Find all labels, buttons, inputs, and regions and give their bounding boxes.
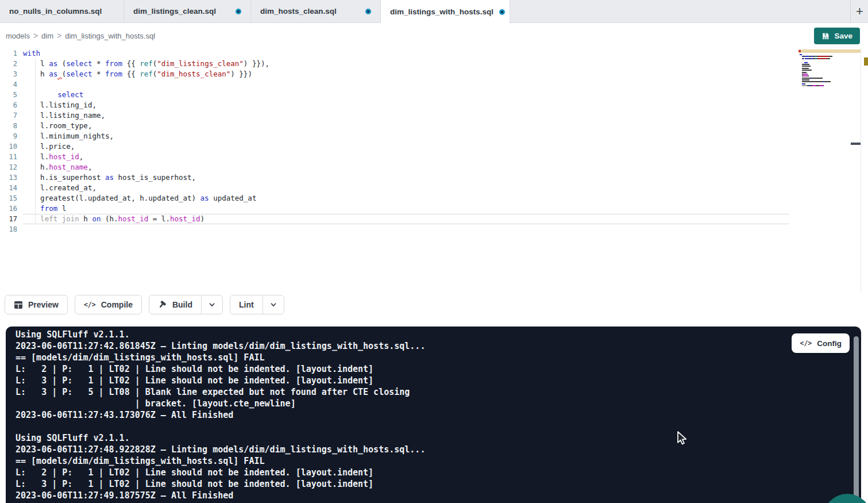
line-number: 8 xyxy=(0,121,23,131)
breadcrumb-segment[interactable]: models xyxy=(6,32,30,40)
lint-split-button: Lint xyxy=(230,295,284,314)
terminal-line: 2023-06-06T11:27:49.187575Z — All Finish… xyxy=(16,490,425,501)
minimap[interactable] xyxy=(798,49,861,90)
terminal-line: L: 2 | P: 1 | LT02 | Line should not be … xyxy=(16,467,425,478)
terminal-line: L: 3 | P: 1 | LT02 | Line should not be … xyxy=(16,478,425,490)
code-text: greatest(l.updated_at, h.updated_at) as … xyxy=(23,193,789,203)
compile-button[interactable]: </> Compile xyxy=(75,295,142,314)
line-number: 13 xyxy=(0,172,23,183)
config-button[interactable]: </> Config xyxy=(792,333,850,353)
terminal-line: Using SQLFluff v2.1.1. xyxy=(16,432,425,444)
code-line[interactable]: 3 h as (select * from {{ ref("dim_hosts_… xyxy=(0,69,868,79)
line-number: 12 xyxy=(0,162,23,172)
modified-dot-icon xyxy=(499,9,505,15)
code-line[interactable]: 16 from l xyxy=(0,203,868,214)
line-number: 16 xyxy=(0,203,23,214)
tab-label: dim_hosts_clean.sql xyxy=(260,7,337,16)
terminal-line: | bracket. [layout.cte_newline] xyxy=(16,398,425,409)
modified-dot-icon xyxy=(236,9,241,14)
code-text: select xyxy=(23,90,789,100)
code-text: with xyxy=(23,48,789,59)
code-line[interactable]: 12 h.host_name, xyxy=(0,162,868,172)
minimap-viewport[interactable] xyxy=(798,49,861,53)
code-text: h.host_name, xyxy=(23,162,789,172)
line-number: 5 xyxy=(0,90,23,100)
code-line[interactable]: 7 l.listing_name, xyxy=(0,110,868,121)
editor-tab[interactable]: dim_listings_clean.sql xyxy=(124,0,251,22)
new-tab-button[interactable]: + xyxy=(850,0,868,23)
save-button[interactable]: Save xyxy=(814,28,860,44)
chevron-down-icon xyxy=(208,301,216,309)
code-text: l.created_at, xyxy=(23,183,789,193)
line-number: 18 xyxy=(0,224,23,235)
terminal-line: == [models/dim/dim_listings_with_hosts.s… xyxy=(16,455,425,467)
code-line[interactable]: 5 select xyxy=(0,90,868,100)
line-number: 14 xyxy=(0,183,23,193)
terminal-panel: Using SQLFluff v2.1.1.2023-06-06T11:27:4… xyxy=(6,327,861,503)
tab-label: dim_listings_with_hosts.sql xyxy=(390,7,493,16)
chevron-down-icon xyxy=(269,301,277,309)
line-number: 3 xyxy=(0,69,23,79)
code-line[interactable]: 13 h.is_superhost as host_is_superhost, xyxy=(0,172,868,183)
panel-header: Preview </> Compile Build xyxy=(0,292,868,327)
code-line[interactable]: 1with xyxy=(0,48,868,59)
terminal-line: 2023-06-06T11:27:43.173076Z — All Finish… xyxy=(16,409,425,421)
tab-label: dim_listings_clean.sql xyxy=(133,7,216,16)
code-line[interactable]: 4 xyxy=(0,79,868,90)
build-button[interactable]: Build xyxy=(149,295,202,314)
lint-dropdown-button[interactable] xyxy=(263,295,284,314)
breadcrumb: models>dim>dim_listings_with_hosts.sql xyxy=(6,31,155,40)
code-line[interactable]: 9 l.minimum_nights, xyxy=(0,131,868,141)
indent-guide xyxy=(35,57,36,223)
code-text: l.price, xyxy=(23,141,789,152)
overview-warning-marker xyxy=(864,57,868,66)
line-number: 11 xyxy=(0,152,23,162)
breadcrumb-segment[interactable]: dim xyxy=(41,32,53,40)
code-line[interactable]: 11 l.host_id, xyxy=(0,152,868,162)
code-line[interactable]: 10 l.price, xyxy=(0,141,868,152)
code-text: h as (select * from {{ ref("dim_hosts_cl… xyxy=(23,69,789,79)
code-line[interactable]: 8 l.room_type, xyxy=(0,121,868,131)
terminal-line xyxy=(16,421,425,432)
editor-tab-bar: no_nulls_in_columns.sqldim_listings_clea… xyxy=(0,0,868,23)
build-dropdown-button[interactable] xyxy=(202,295,222,314)
line-number: 4 xyxy=(0,79,23,90)
breadcrumb-segment[interactable]: dim_listings_with_hosts.sql xyxy=(65,32,155,40)
terminal-scrollbar[interactable] xyxy=(854,336,859,501)
code-line[interactable]: 2 l as (select * from {{ ref("dim_listin… xyxy=(0,59,868,69)
code-text: l.room_type, xyxy=(23,121,789,131)
editor-tab[interactable]: dim_listings_with_hosts.sql xyxy=(381,0,510,24)
terminal-line: L: 2 | P: 1 | LT02 | Line should not be … xyxy=(16,363,425,375)
code-text: l.listing_name, xyxy=(23,110,789,121)
code-text xyxy=(23,79,789,90)
code-line[interactable]: 6 l.listing_id, xyxy=(0,100,868,110)
preview-button[interactable]: Preview xyxy=(5,295,68,314)
tab-label: no_nulls_in_columns.sql xyxy=(9,7,102,16)
hammer-icon xyxy=(158,300,167,309)
code-line[interactable]: 14 l.created_at, xyxy=(0,183,868,193)
code-text: from l xyxy=(23,203,789,214)
breadcrumb-bar: models>dim>dim_listings_with_hosts.sql S… xyxy=(0,23,868,48)
code-editor[interactable]: 1with2 l as (select * from {{ ref("dim_l… xyxy=(0,48,868,292)
code-text: h.is_superhost as host_is_superhost, xyxy=(23,172,789,183)
line-number: 2 xyxy=(0,59,23,69)
code-line[interactable]: 15 greatest(l.updated_at, h.updated_at) … xyxy=(0,193,868,203)
code-text: l.host_id, xyxy=(23,152,789,162)
overview-cursor-marker xyxy=(851,143,861,145)
editor-tab[interactable]: no_nulls_in_columns.sql xyxy=(0,0,124,22)
error-squiggle xyxy=(57,70,62,78)
code-text: left join h on (h.host_id = l.host_id) xyxy=(23,214,789,224)
line-number: 10 xyxy=(0,141,23,152)
lint-button[interactable]: Lint xyxy=(230,295,263,314)
save-icon xyxy=(821,32,830,40)
code-line[interactable]: 18 xyxy=(0,224,868,235)
modified-dot-icon xyxy=(365,9,371,14)
table-icon xyxy=(14,301,23,309)
line-number: 7 xyxy=(0,110,23,121)
terminal-line: L: 3 | P: 1 | LT02 | Line should not be … xyxy=(16,375,425,386)
code-line[interactable]: 17 left join h on (h.host_id = l.host_id… xyxy=(0,214,868,224)
editor-tab[interactable]: dim_hosts_clean.sql xyxy=(251,0,381,22)
terminal-line: 2023-06-06T11:27:42.861845Z — Linting mo… xyxy=(16,340,425,352)
code-text: l.minimum_nights, xyxy=(23,131,789,141)
code-icon: </> xyxy=(800,339,812,347)
